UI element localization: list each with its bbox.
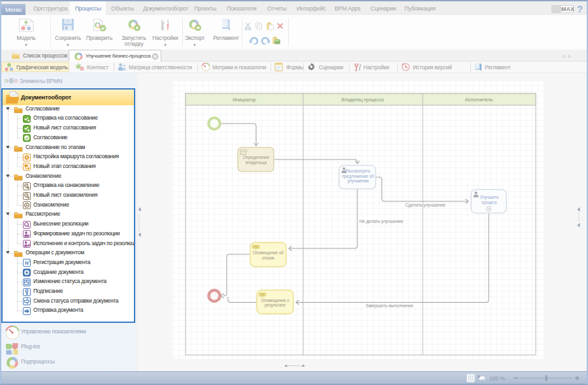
- svg-text:Сделать улучшение: Сделать улучшение: [405, 203, 446, 208]
- svg-text:Инициатор: Инициатор: [233, 97, 255, 103]
- svg-text:Исполнитель: Исполнитель: [465, 97, 493, 102]
- svg-text:Определение: Определение: [243, 155, 270, 160]
- svg-text:Владелец процесса: Владелец процесса: [342, 97, 384, 103]
- svg-text:отказе: отказе: [262, 256, 275, 260]
- svg-text:Завершить выполнение: Завершить выполнение: [365, 303, 413, 309]
- svg-text:результате: результате: [265, 303, 286, 308]
- svg-text:процесс: процесс: [482, 200, 498, 205]
- svg-text:улучшении: улучшении: [348, 178, 369, 184]
- svg-text:владельца: владельца: [246, 160, 267, 165]
- svg-text:Не делать улучшения: Не делать улучшения: [359, 219, 403, 224]
